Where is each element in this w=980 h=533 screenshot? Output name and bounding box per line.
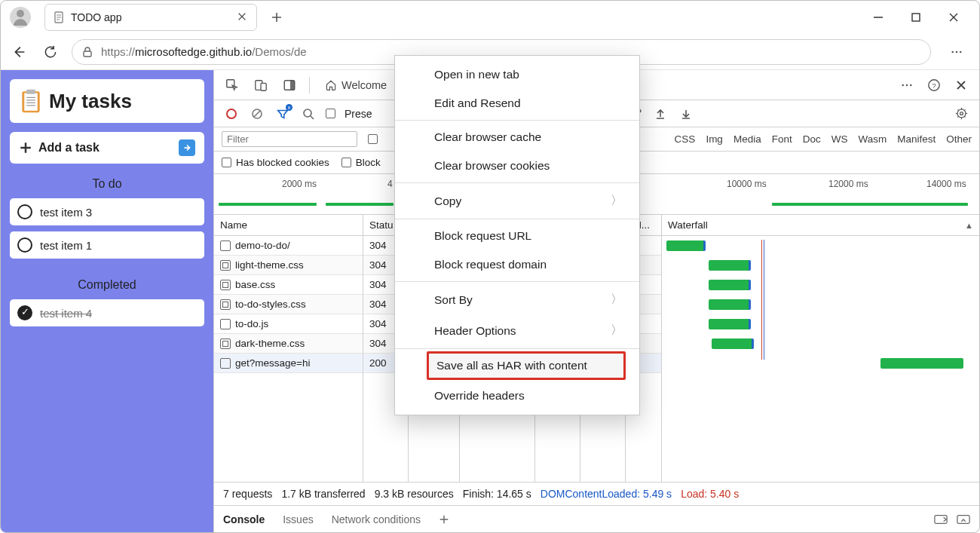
task-checkbox[interactable] [17,237,32,253]
table-row[interactable]: dark-theme.css [214,334,363,354]
filter-button[interactable]: x [271,103,294,124]
table-row[interactable]: to-do.js [214,314,363,334]
invert-checkbox[interactable] [368,134,378,144]
has-blocked-cookies-checkbox[interactable]: Has blocked cookies [222,157,329,168]
tab-welcome[interactable]: Welcome [317,71,394,100]
chevron-right-icon: 〉 [611,193,623,209]
task-item[interactable]: test item 3 [10,198,204,225]
back-button[interactable] [8,41,29,63]
browser-tab[interactable]: TODO app [44,4,257,31]
ctx-header-options[interactable]: Header Options〉 [395,315,639,346]
task-label: test item 4 [40,307,92,320]
task-item-done[interactable]: test item 4 [10,299,204,326]
task-checkbox[interactable] [17,204,32,219]
task-label: test item 1 [40,239,92,252]
network-settings-gear[interactable] [951,103,973,124]
ctx-clear-cache[interactable]: Clear browser cache [395,123,639,152]
fetch-icon [220,358,231,369]
css-icon [220,280,231,290]
add-task-label: Add a task [38,141,100,155]
svg-point-10 [960,51,962,53]
blocked-requests-checkbox[interactable]: Block [341,157,381,168]
new-tab-button[interactable] [266,7,287,28]
js-icon [220,319,231,329]
ctx-edit-resend[interactable]: Edit and Resend [395,89,639,118]
table-row[interactable]: base.css [214,275,363,295]
tab-welcome-label: Welcome [341,79,387,91]
minimize-button[interactable] [869,8,887,26]
refresh-button[interactable] [40,41,61,63]
context-menu: Open in new tab Edit and Resend Clear br… [394,55,640,415]
timeline-tick: 10000 ms [727,179,767,189]
ctx-copy[interactable]: Copy〉 [395,185,639,216]
status-finish: Finish: 14.65 s [463,488,531,500]
status-dcl: DOMContentLoaded: 5.49 s [541,488,672,500]
table-row[interactable]: light-theme.css [214,256,363,275]
table-row[interactable]: get?message=hi [214,354,363,373]
drawer-expand-icon[interactable] [957,514,970,525]
col-waterfall[interactable]: Waterfall▲ [662,215,979,236]
home-icon [325,79,337,91]
site-lock-icon[interactable] [81,46,93,58]
preserve-log-checkbox[interactable]: Prese [326,108,372,120]
type-css[interactable]: CSS [675,133,696,145]
type-media[interactable]: Media [733,133,761,145]
drawer: Console Issues Network conditions [214,505,979,532]
url-text: https://microsoftedge.github.io/Demos/de [101,45,307,58]
type-manifest[interactable]: Manifest [897,133,936,145]
ctx-override-headers[interactable]: Override headers [395,381,639,410]
help-button[interactable]: ? [922,73,946,97]
record-button[interactable] [220,103,243,124]
devtools-more-button[interactable] [895,73,919,97]
drawer-tab-issues[interactable]: Issues [283,513,313,525]
clear-button[interactable] [246,103,268,124]
drawer-tab-console[interactable]: Console [223,513,265,525]
close-window-button[interactable] [945,8,963,26]
drawer-add-button[interactable] [439,514,449,525]
chevron-right-icon: 〉 [611,292,623,308]
network-filter-input[interactable] [222,131,357,147]
doc-icon [220,240,231,251]
inspect-element-button[interactable] [220,73,244,97]
ctx-clear-cookies[interactable]: Clear browser cookies [395,152,639,180]
download-har-button[interactable] [675,103,697,124]
svg-rect-18 [227,79,234,87]
browser-tab-title: TODO app [71,11,231,23]
type-img[interactable]: Img [706,133,723,145]
app-header: My tasks [10,79,204,123]
svg-rect-13 [26,90,35,94]
type-ws[interactable]: WS [831,133,848,145]
ctx-block-url[interactable]: Block request URL [395,222,639,250]
type-other[interactable]: Other [946,133,972,145]
dock-side-button[interactable] [277,73,302,97]
ctx-save-har[interactable]: Save all as HAR with content [427,351,626,380]
ctx-block-domain[interactable]: Block request domain [395,250,639,279]
css-icon [220,299,231,310]
type-doc[interactable]: Doc [803,133,821,145]
task-item[interactable]: test item 1 [10,231,204,259]
network-status-bar: 7 requests 1.7 kB transferred 9.3 kB res… [214,482,979,505]
upload-har-button[interactable] [649,103,672,124]
drawer-issues-icon[interactable] [934,514,948,525]
search-button[interactable] [297,103,320,124]
type-font[interactable]: Font [772,133,792,145]
timeline-tick: 14000 ms [926,179,966,189]
table-row[interactable]: demo-to-do/ [214,236,363,256]
profile-avatar[interactable] [10,7,31,28]
ctx-sort-by[interactable]: Sort By〉 [395,284,639,315]
svg-line-32 [254,111,260,117]
device-emulation-button[interactable] [249,73,273,97]
close-tab-icon[interactable] [237,11,249,23]
col-name[interactable]: Name [214,215,363,236]
submit-task-button[interactable] [179,139,195,156]
type-wasm[interactable]: Wasm [858,133,887,145]
close-devtools-button[interactable] [949,73,973,97]
task-checkbox-done[interactable] [17,305,32,320]
timeline-tick: 12000 ms [828,179,868,189]
browser-menu-button[interactable] [946,41,967,63]
maximize-button[interactable] [907,8,925,26]
ctx-open-new-tab[interactable]: Open in new tab [395,60,639,89]
drawer-tab-netcond[interactable]: Network conditions [332,513,421,525]
add-task-input[interactable]: Add a task [10,132,204,164]
table-row[interactable]: to-do-styles.css [214,295,363,314]
